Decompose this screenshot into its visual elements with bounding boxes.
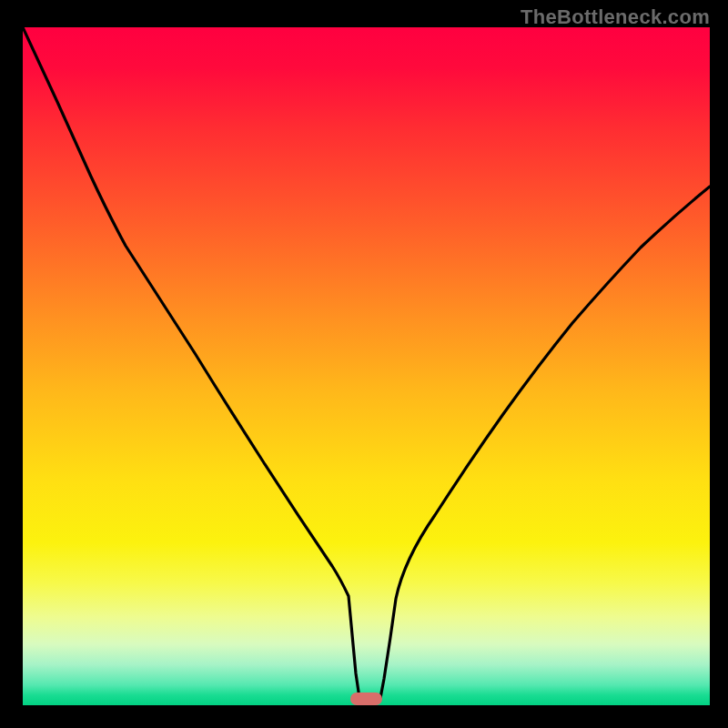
curve-path [23, 27, 710, 698]
bottleneck-curve [23, 27, 710, 705]
optimal-marker [350, 693, 382, 705]
chart-frame: TheBottleneck.com [0, 0, 728, 728]
attribution-label: TheBottleneck.com [521, 5, 710, 29]
plot-area [23, 27, 710, 705]
